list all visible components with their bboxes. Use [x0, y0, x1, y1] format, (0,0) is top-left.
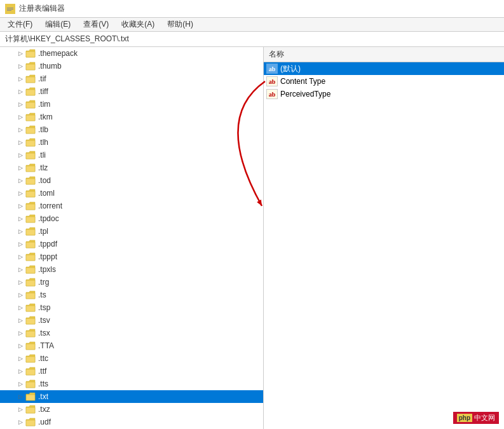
tree-item[interactable]: ▷ .thumb — [0, 60, 263, 72]
menu-view[interactable]: 查看(V) — [78, 18, 114, 31]
tree-item-label: .tli — [38, 151, 46, 160]
folder-icon — [25, 265, 36, 274]
folder-icon — [25, 62, 36, 71]
expand-arrow-icon: ▷ — [15, 163, 25, 173]
folder-icon — [25, 278, 36, 287]
watermark: php 中文网 — [453, 412, 499, 424]
expand-arrow-icon: ▷ — [15, 239, 25, 249]
expand-arrow-icon: ▷ — [15, 48, 25, 58]
tree-item[interactable]: ▷ .toml — [0, 187, 263, 200]
expand-arrow-icon: ▷ — [15, 328, 25, 338]
tree-item-label: .tim — [38, 100, 50, 109]
tree-item[interactable]: ▷ .tif — [0, 72, 263, 85]
tree-item[interactable]: ▷ .torrent — [0, 200, 263, 212]
tree-item[interactable]: ▷ .tsx — [0, 327, 263, 339]
reg-entry[interactable]: abContent Type — [264, 75, 504, 88]
tree-item[interactable]: ▷ .udf — [0, 416, 263, 428]
tree-item-label: .toml — [38, 189, 55, 198]
expand-arrow-icon: ▷ — [15, 214, 25, 224]
tree-item-label: .ttc — [38, 354, 48, 363]
tree-item[interactable]: ▷ .trg — [0, 276, 263, 289]
reg-entry[interactable]: ab(默认) — [264, 62, 504, 75]
folder-icon — [25, 201, 36, 210]
folder-icon — [25, 227, 36, 236]
tree-item-label: .tkm — [38, 112, 53, 121]
folder-icon — [25, 112, 36, 121]
folder-icon — [25, 367, 36, 376]
folder-icon — [25, 125, 36, 134]
tree-item[interactable]: ▷ .ts — [0, 289, 263, 301]
expand-arrow-icon: ▷ — [15, 125, 25, 135]
tree-item-label: .tts — [38, 379, 48, 388]
menu-favorites[interactable]: 收藏夹(A) — [116, 18, 160, 31]
tree-item[interactable]: ▷ .tppdf — [0, 238, 263, 250]
tree-item[interactable]: ▷ .tsv — [0, 314, 263, 327]
tree-panel: ▷ .themepack▷ .thumb▷ .tif▷ .tiff▷ .tim▷… — [0, 47, 264, 429]
folder-icon — [25, 252, 36, 261]
expand-arrow-icon: ▷ — [15, 61, 25, 71]
column-name-header: 名称 — [266, 49, 381, 60]
tree-item-label: .tiff — [38, 87, 48, 96]
folder-icon — [25, 240, 36, 249]
tree-item-label: .trg — [38, 278, 49, 287]
tree-item[interactable]: ▷ .txz — [0, 403, 263, 416]
tree-item[interactable]: ▷ .themepack — [0, 47, 263, 60]
tree-item[interactable]: ▷ .tod — [0, 174, 263, 187]
reg-entry-name: Content Type — [280, 77, 325, 86]
expand-arrow-icon: ▷ — [15, 404, 25, 414]
tree-item[interactable]: ▷ .tiff — [0, 85, 263, 98]
tree-item-label: .tsx — [38, 329, 50, 337]
tree-item[interactable]: ▷ .tpdoc — [0, 212, 263, 225]
tree-item[interactable]: ▷ .tpppt — [0, 250, 263, 263]
tree-item[interactable]: ▷ .tim — [0, 98, 263, 111]
expand-arrow-icon: ▷ — [15, 226, 25, 236]
tree-item[interactable]: ▷ .tts — [0, 378, 263, 390]
title-bar: 注册表编辑器 — [0, 0, 504, 18]
expand-arrow-icon: ▷ — [15, 252, 25, 262]
menu-edit[interactable]: 编辑(E) — [40, 18, 76, 31]
tree-item[interactable]: ▷ .tkm — [0, 111, 263, 123]
folder-icon — [25, 151, 36, 160]
tree-item-label: .tif — [38, 74, 46, 83]
watermark-php: php — [457, 414, 472, 422]
folder-icon — [25, 214, 36, 223]
watermark-site: 中文网 — [474, 413, 495, 423]
tree-item[interactable]: ▷ .ttf — [0, 365, 263, 378]
expand-arrow-icon: ▷ — [15, 277, 25, 287]
tree-item-label: .TTA — [38, 341, 54, 350]
expand-arrow-icon: ▷ — [15, 150, 25, 160]
tree-item[interactable]: ▷ .tlb — [0, 123, 263, 136]
tree-item-label: .tlb — [38, 125, 48, 134]
expand-arrow-icon: ▷ — [15, 366, 25, 376]
tree-item-label: .tsv — [38, 316, 50, 325]
tree-item[interactable]: ▷ .tlh — [0, 136, 263, 149]
tree-item[interactable]: ▷ .ttc — [0, 352, 263, 365]
folder-icon — [25, 290, 36, 299]
main-container: ▷ .themepack▷ .thumb▷ .tif▷ .tiff▷ .tim▷… — [0, 47, 504, 429]
tree-item[interactable]: ▷ .tlz — [0, 161, 263, 174]
title-text: 注册表编辑器 — [19, 3, 65, 14]
folder-icon — [25, 138, 36, 147]
reg-type-icon: ab — [266, 76, 278, 86]
tree-item-label: .tod — [38, 176, 51, 185]
folder-icon — [25, 176, 36, 185]
expand-arrow-icon: ▷ — [15, 74, 25, 84]
folder-icon — [25, 303, 36, 312]
svg-rect-1 — [7, 8, 13, 8]
tree-item-label: .tpppt — [38, 252, 57, 261]
tree-item[interactable]: ▷ .tpxls — [0, 263, 263, 276]
tree-item[interactable]: ▷ .tli — [0, 149, 263, 161]
folder-icon — [25, 354, 36, 363]
tree-item-label: .ttf — [38, 367, 46, 376]
reg-type-icon: ab — [266, 64, 278, 74]
menu-bar: 文件(F) 编辑(E) 查看(V) 收藏夹(A) 帮助(H) — [0, 18, 504, 32]
menu-help[interactable]: 帮助(H) — [162, 18, 198, 31]
expand-arrow-icon: ▷ — [15, 353, 25, 364]
tree-item[interactable]: ▷ .tsp — [0, 301, 263, 314]
tree-item[interactable]: ▷ .txt — [0, 390, 263, 403]
reg-entry[interactable]: abPerceivedType — [264, 88, 504, 100]
tree-item[interactable]: ▷ .tpl — [0, 225, 263, 238]
folder-icon — [25, 87, 36, 96]
menu-file[interactable]: 文件(F) — [3, 18, 37, 31]
tree-item[interactable]: ▷ .TTA — [0, 339, 263, 352]
